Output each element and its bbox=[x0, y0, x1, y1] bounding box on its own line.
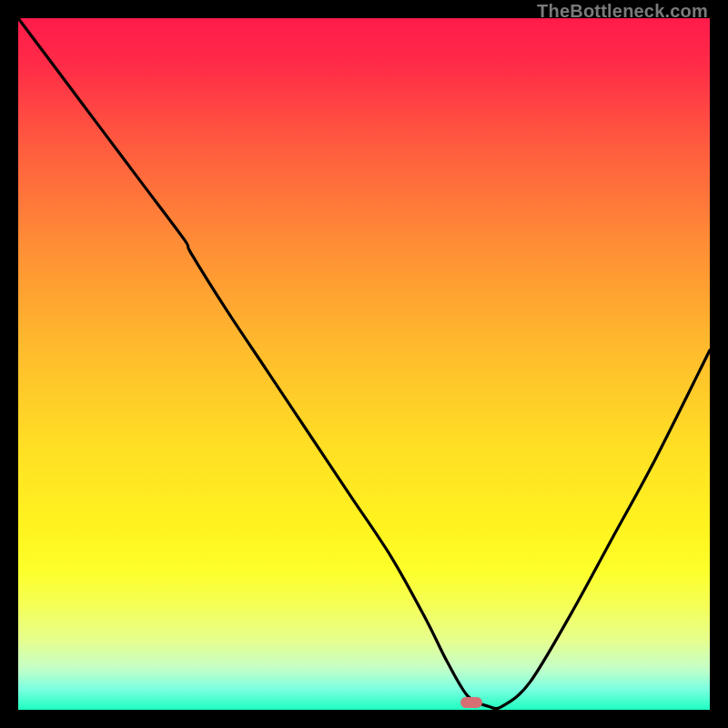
chart-frame: TheBottleneck.com bbox=[0, 0, 728, 728]
plot-area bbox=[18, 18, 710, 710]
svg-rect-0 bbox=[18, 18, 710, 710]
optimal-marker bbox=[460, 697, 482, 708]
gradient-background bbox=[18, 18, 710, 710]
